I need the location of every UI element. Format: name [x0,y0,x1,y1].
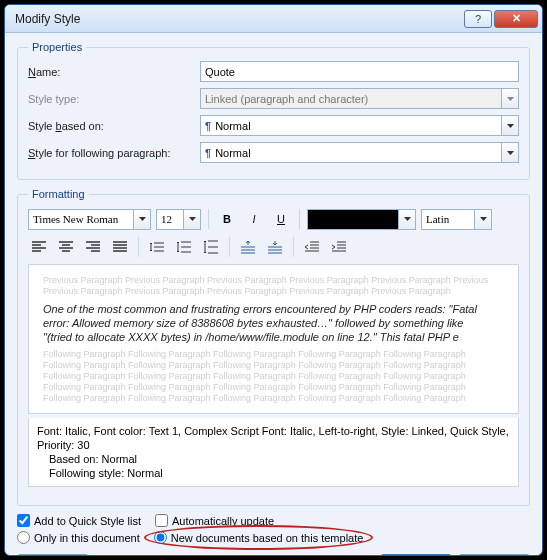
ok-button[interactable]: OK [380,554,452,556]
align-right-button[interactable] [82,236,104,258]
line-spacing-2-button[interactable] [200,236,222,258]
chevron-down-icon[interactable] [134,209,151,230]
close-button[interactable]: ✕ [494,10,538,28]
font-toolbar: Times New Roman 12 B I U Latin [28,208,519,230]
formatting-legend: Formatting [28,188,89,200]
space-before-inc-button[interactable] [237,236,259,258]
properties-legend: Properties [28,41,86,53]
font-size-select[interactable]: 12 [156,209,184,230]
name-input[interactable] [200,61,519,82]
paragraph-toolbar [28,236,519,258]
name-label: Name: [28,66,200,78]
line-spacing-1-button[interactable] [146,236,168,258]
following-select[interactable]: ¶Normal [200,142,502,163]
font-family-select[interactable]: Times New Roman [28,209,134,230]
formatting-group: Formatting Times New Roman 12 B I U Lati… [17,188,530,506]
titlebar: Modify Style ? ✕ [5,5,542,33]
bold-button[interactable]: B [216,208,238,230]
paragraph-icon: ¶ [205,147,211,159]
paragraph-icon: ¶ [205,120,211,132]
preview-pane: Previous Paragraph Previous Paragraph Pr… [28,264,519,414]
following-label: Style for following paragraph: [28,147,200,159]
decrease-indent-button[interactable] [301,236,323,258]
help-button[interactable]: ? [464,10,492,28]
font-color-swatch[interactable] [307,209,399,230]
chevron-down-icon [502,88,519,109]
align-left-button[interactable] [28,236,50,258]
dialog-footer: Format OK Cancel [17,554,530,556]
preview-sample: One of the most common and frustrating e… [43,302,504,344]
based-on-label: Style based on: [28,120,200,132]
style-description: Font: Italic, Font color: Text 1, Comple… [28,418,519,487]
modify-style-dialog: Modify Style ? ✕ Properties Name: Style … [4,4,543,556]
chevron-down-icon[interactable] [475,209,492,230]
line-spacing-15-button[interactable] [173,236,195,258]
highlight-ellipse: New documents based on this template [154,531,364,544]
add-quick-style-checkbox[interactable]: Add to Quick Style list [17,514,141,527]
style-type-select: Linked (paragraph and character) [200,88,502,109]
chevron-down-icon[interactable] [399,209,416,230]
script-select[interactable]: Latin [421,209,475,230]
only-this-document-radio[interactable]: Only in this document [17,531,140,544]
italic-button[interactable]: I [243,208,265,230]
chevron-down-icon[interactable] [502,142,519,163]
auto-update-checkbox[interactable]: Automatically update [155,514,274,527]
checkbox-row: Add to Quick Style list Automatically up… [17,514,530,527]
chevron-down-icon[interactable] [502,115,519,136]
style-type-label: Style type: [28,93,200,105]
new-documents-radio[interactable]: New documents based on this template [154,531,364,544]
increase-indent-button[interactable] [328,236,350,258]
align-center-button[interactable] [55,236,77,258]
based-on-select[interactable]: ¶Normal [200,115,502,136]
align-justify-button[interactable] [109,236,131,258]
cancel-button[interactable]: Cancel [458,554,530,556]
radio-row: Only in this document New documents base… [17,531,530,544]
properties-group: Properties Name: Style type: Linked (par… [17,41,530,180]
space-before-dec-button[interactable] [264,236,286,258]
chevron-down-icon[interactable] [184,209,201,230]
format-button[interactable]: Format [17,554,89,556]
underline-button[interactable]: U [270,208,292,230]
window-title: Modify Style [15,12,462,26]
